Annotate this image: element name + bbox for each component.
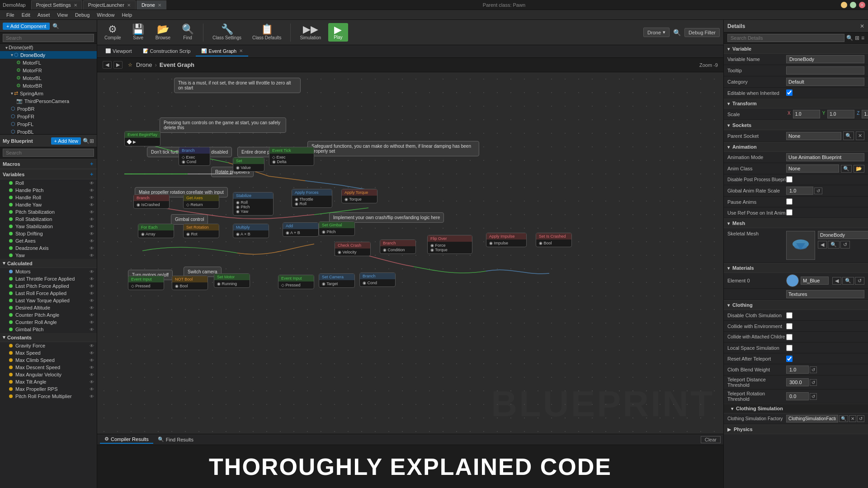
bp-item-eye-icon[interactable]: 👁: [90, 181, 94, 186]
node-middle-1[interactable]: Branch ◉ IsCrashed: [133, 194, 170, 209]
bp-item-eye-icon[interactable]: 👁: [90, 394, 94, 399]
local-space-checkbox[interactable]: [786, 345, 793, 351]
ref-pose-checkbox[interactable]: [786, 209, 793, 216]
tree-item-droneself[interactable]: ▾ Drone(self): [0, 44, 97, 51]
canvas-area[interactable]: This is a must, if not set, the drone wi…: [97, 72, 723, 434]
tree-item-springarm[interactable]: ▾ ⇄ SpringArm: [0, 89, 97, 97]
bp-item-roll[interactable]: Roll 👁: [0, 179, 97, 187]
cloth-blend-reset[interactable]: ↺: [810, 366, 817, 373]
bp-item-pitch-stabilization[interactable]: Pitch Stabilization 👁: [0, 208, 97, 216]
tree-item-thirdpersoncamera[interactable]: 📷 ThirdPersonCamera: [0, 97, 97, 105]
class-settings-button[interactable]: 🔧 Class Settings: [209, 23, 245, 41]
mesh-section-header[interactable]: ▾ Mesh: [724, 218, 868, 228]
bp-item-get-axes[interactable]: Get Axes 👁: [0, 237, 97, 244]
tree-item-propfr[interactable]: ⬡ PropFR: [0, 113, 97, 120]
bp-item-desired-altitude[interactable]: Desired Altitude 👁: [0, 304, 97, 311]
tree-item-dronebody[interactable]: ▾ ⬡ DroneBody: [0, 51, 97, 59]
node-apply-2[interactable]: Apply Torque ◉ Torque: [341, 189, 377, 203]
details-list-icon[interactable]: ≡: [861, 35, 864, 41]
collide-children-checkbox[interactable]: [786, 334, 793, 340]
variable-section-header[interactable]: ▾ Variable: [724, 44, 868, 54]
bp-item-eye-icon[interactable]: 👁: [90, 217, 94, 222]
tree-item-propfl[interactable]: ⬡ PropFL: [0, 120, 97, 128]
bp-search-input[interactable]: [3, 149, 94, 157]
materials-section-header[interactable]: ▾ Materials: [724, 263, 868, 273]
node-prop-1[interactable]: For Each ◉ Array: [138, 224, 174, 238]
bp-item-yaw[interactable]: Yaw 👁: [0, 252, 97, 259]
bp-item-eye-icon[interactable]: 👁: [90, 202, 94, 207]
bp-item-roll-stabilization[interactable]: Roll Stabilization 👁: [0, 216, 97, 223]
tab-close-icon[interactable]: ✕: [239, 48, 243, 53]
tab-viewport[interactable]: ⬜ Viewport: [100, 47, 137, 56]
bp-item-handle-yaw[interactable]: Handle Yaw 👁: [0, 201, 97, 208]
textures-select[interactable]: Textures: [786, 290, 864, 298]
node-add[interactable]: Add ◉ A + B: [283, 222, 319, 237]
scale-y-input[interactable]: [827, 110, 854, 118]
cloth-factory-search[interactable]: 🔍: [839, 415, 848, 422]
bp-item-motors[interactable]: Motors 👁: [0, 268, 97, 275]
node-set-gimbal[interactable]: Set Gimbal ◉ Pitch: [319, 221, 355, 236]
node-crash-1[interactable]: Check Crash ◉ Velocity: [335, 242, 371, 256]
clothing-section-header[interactable]: ▾ Clothing: [724, 300, 868, 310]
node-event-tick[interactable]: Event Tick ◇ Exec◉ Delta: [269, 147, 314, 166]
bp-item-eye-icon[interactable]: 👁: [90, 380, 94, 385]
cloth-sim-section-header[interactable]: ▾ Clothing Simulation: [724, 404, 868, 413]
bp-item-eye-icon[interactable]: 👁: [90, 224, 94, 229]
node-motors-1[interactable]: Event Input ◇ Pressed: [128, 276, 164, 290]
material-arrow[interactable]: ◀: [832, 277, 841, 285]
details-close-button[interactable]: ✕: [860, 23, 864, 29]
details-grid-icon[interactable]: ⊞: [855, 35, 859, 41]
tab-close-icon[interactable]: ✕: [74, 3, 77, 8]
breadcrumb-back-button[interactable]: ◀: [103, 61, 112, 69]
bp-item-last-throttle[interactable]: Last Throttle Force Applied 👁: [0, 275, 97, 282]
bp-item-counter-roll[interactable]: Counter Roll Angle 👁: [0, 319, 97, 326]
simulation-button[interactable]: ▶▶ Simulation: [296, 23, 325, 41]
clear-button[interactable]: Clear: [701, 436, 721, 443]
bp-item-eye-icon[interactable]: 👁: [90, 253, 94, 258]
cloth-blend-input[interactable]: [786, 366, 809, 374]
tree-item-motorfr[interactable]: ⚙ MotorFR: [0, 66, 97, 74]
bp-item-eye-icon[interactable]: 👁: [90, 313, 94, 318]
physics-section-header[interactable]: ▶ Physics: [724, 424, 868, 434]
bp-item-eye-icon[interactable]: 👁: [90, 291, 94, 296]
socket-browse-button[interactable]: 🔍: [843, 131, 854, 140]
minimize-button[interactable]: −: [841, 2, 847, 8]
bp-item-eye-icon[interactable]: 👁: [90, 284, 94, 289]
tree-item-motorbr[interactable]: ⚙ MotorBR: [0, 82, 97, 89]
bp-item-eye-icon[interactable]: 👁: [90, 351, 94, 356]
bp-item-last-yaw[interactable]: Last Yaw Torque Applied 👁: [0, 297, 97, 304]
find-button[interactable]: 🔍 Find: [178, 23, 198, 41]
tree-item-motorbl[interactable]: ⚙ MotorBL: [0, 74, 97, 82]
menu-file[interactable]: File: [3, 11, 18, 19]
node-stabilize[interactable]: Stabilize ◉ Roll◉ Pitch◉ Yaw: [233, 192, 274, 216]
cloth-factory-clear[interactable]: ✕: [849, 415, 856, 422]
skeletal-mesh-select[interactable]: DroneBody: [818, 231, 868, 239]
global-anim-rate-input[interactable]: [786, 187, 813, 195]
menu-view[interactable]: View: [53, 11, 71, 19]
debug-filter-button[interactable]: Debug Filter: [684, 28, 720, 37]
node-camera-1[interactable]: Event Input ◇ Pressed: [278, 275, 314, 289]
element0-select[interactable]: M_Blue: [801, 277, 829, 285]
tree-item-motorfl[interactable]: ⚙ MotorFL: [0, 59, 97, 66]
node-crash-3[interactable]: Flip Over ◉ Force◉ Torque: [427, 235, 472, 254]
bp-item-eye-icon[interactable]: 👁: [90, 277, 94, 282]
teleport-rot-reset[interactable]: ↺: [810, 393, 817, 400]
bp-filter-icon[interactable]: ⊞: [90, 138, 94, 144]
anim-class-browse[interactable]: 📂: [854, 165, 864, 173]
bp-item-eye-icon[interactable]: 👁: [90, 231, 94, 236]
node-camera-3[interactable]: Branch ◉ Cond: [359, 272, 396, 287]
node-prop-2[interactable]: Set Rotation ◉ Rot: [183, 224, 219, 238]
bp-item-eye-icon[interactable]: 👁: [90, 188, 94, 193]
bp-item-eye-icon[interactable]: 👁: [90, 387, 94, 392]
component-search-icon[interactable]: 🔍: [52, 23, 59, 29]
add-component-button[interactable]: + Add Component: [3, 23, 50, 30]
tab-event-graph[interactable]: 📊 Event Graph ✕: [196, 47, 248, 56]
tab-find-results[interactable]: 🔍 Find Results: [153, 436, 198, 443]
category-select[interactable]: Default: [786, 78, 864, 86]
menu-help[interactable]: Help: [118, 11, 136, 19]
anim-rate-reset[interactable]: ↺: [814, 188, 822, 194]
tree-item-propbl[interactable]: ⬡ PropBL: [0, 128, 97, 134]
bp-item-eye-icon[interactable]: 👁: [90, 343, 94, 348]
node-crash-2[interactable]: Branch ◉ Condition: [380, 239, 416, 254]
bp-item-handle-roll[interactable]: Handle Roll 👁: [0, 194, 97, 201]
